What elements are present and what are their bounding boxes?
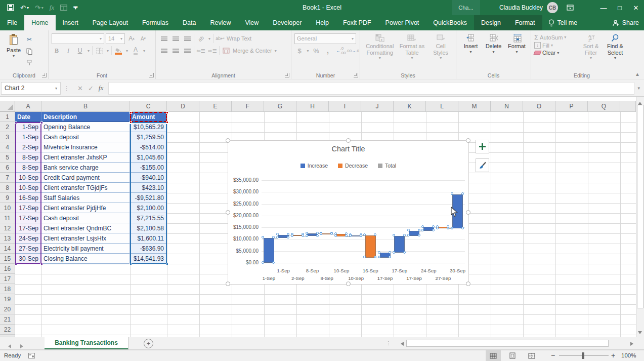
chart[interactable]: Chart Title IncreaseDecreaseTotal $0.00$… — [228, 140, 469, 285]
tab-formulas[interactable]: Formulas — [135, 15, 176, 30]
close-icon[interactable]: ✕ — [628, 0, 644, 15]
table-row-15-amount[interactable]: $14,541.93 — [130, 254, 167, 264]
scroll-left-icon[interactable] — [398, 339, 406, 348]
row-header-18[interactable]: 18 — [0, 284, 15, 294]
table-row-13-amount[interactable]: $1,600.11 — [130, 233, 167, 244]
row-header-9[interactable]: 9 — [0, 193, 15, 203]
sheet-nav-left-icon[interactable] — [8, 341, 11, 350]
view-page-break-icon[interactable] — [524, 350, 539, 361]
row-header-11[interactable]: 11 — [0, 213, 15, 223]
format-cells-button[interactable]: Format ▾ — [505, 32, 529, 56]
table-row-4-description[interactable]: M/vehicle Insurance — [41, 142, 130, 152]
vertical-scroll-thumb[interactable] — [637, 105, 643, 308]
row-header-7[interactable]: 7 — [0, 173, 15, 183]
column-header-Q[interactable]: Q — [588, 101, 620, 112]
table-header-amount[interactable]: Amount — [130, 112, 167, 122]
row-header-21[interactable]: 21 — [0, 314, 15, 325]
tab-insert[interactable]: Insert — [56, 15, 85, 30]
column-header-J[interactable]: J — [361, 101, 394, 112]
share-button[interactable]: Share — [613, 15, 639, 30]
chart-plot-area[interactable]: $0.00$5,000.00$10,000.00$15,000.00$20,00… — [228, 141, 468, 284]
table-row-5-amount[interactable]: $1,045.60 — [130, 152, 167, 163]
select-all-corner[interactable] — [0, 101, 15, 112]
column-header-G[interactable]: G — [264, 101, 296, 112]
view-page-layout-icon[interactable] — [505, 350, 520, 361]
table-row-3-description[interactable]: Cash deposit — [41, 132, 130, 142]
row-header-10[interactable]: 10 — [0, 203, 15, 213]
row-header-6[interactable]: 6 — [0, 163, 15, 173]
column-header-partial[interactable] — [620, 101, 636, 112]
collapse-ribbon-icon[interactable]: ▲ — [635, 71, 640, 77]
chart-selection-handle[interactable] — [466, 282, 470, 286]
column-header-D[interactable]: D — [167, 101, 199, 112]
table-row-3-date[interactable]: 1-Sep — [15, 132, 41, 142]
tab-developer[interactable]: Developer — [266, 15, 309, 30]
row-header-16[interactable]: 16 — [0, 264, 15, 274]
tab-power-pivot[interactable]: Power Pivot — [378, 15, 426, 30]
table-row-4-date[interactable]: 2-Sep — [15, 142, 41, 152]
table-row-6-description[interactable]: Bank service charge — [41, 163, 130, 173]
font-dialog-launcher-icon[interactable] — [149, 73, 154, 77]
zoom-slider-thumb[interactable] — [582, 352, 584, 359]
tab-quickbooks[interactable]: QuickBooks — [426, 15, 474, 30]
table-row-9-description[interactable]: Staff Salaries — [41, 193, 130, 203]
table-row-13-date[interactable]: 24-Sep — [15, 233, 41, 244]
tab-data[interactable]: Data — [176, 15, 203, 30]
delete-cells-button[interactable]: Delete ▾ — [482, 32, 505, 56]
table-header-description[interactable]: Description — [41, 112, 130, 122]
chart-elements-button[interactable] — [476, 140, 489, 153]
row-header-1[interactable]: 1 — [0, 112, 15, 122]
table-row-7-description[interactable]: Credit Card payment — [41, 173, 130, 183]
chart-selection-handle[interactable] — [466, 138, 470, 143]
table-row-11-date[interactable]: 17-Sep — [15, 213, 41, 223]
tab-help[interactable]: Help — [309, 15, 336, 30]
table-row-2-date[interactable]: 1-Sep — [15, 122, 41, 132]
table-row-4-amount[interactable]: -$514.00 — [130, 142, 167, 152]
table-row-14-date[interactable]: 27-Sep — [15, 244, 41, 254]
column-header-B[interactable]: B — [41, 101, 130, 112]
table-row-11-amount[interactable]: $7,215.55 — [130, 213, 167, 223]
zoom-level[interactable]: 100% — [621, 352, 636, 358]
scroll-down-icon[interactable] — [638, 327, 642, 336]
row-header-4[interactable]: 4 — [0, 142, 15, 152]
zoom-in-icon[interactable]: + — [611, 351, 615, 359]
table-row-11-description[interactable]: Cash deposit — [41, 213, 130, 223]
table-row-13-description[interactable]: Client etransfer LsjsHfx — [41, 233, 130, 244]
table-header-date[interactable]: Date — [15, 112, 41, 122]
user-name[interactable]: Claudia Buckley — [499, 4, 543, 11]
tab-file[interactable]: File — [0, 15, 24, 30]
clipboard-dialog-launcher-icon[interactable] — [42, 73, 47, 77]
table-row-8-amount[interactable]: $423.10 — [130, 183, 167, 193]
table-row-12-description[interactable]: Client etransfer QndmBC — [41, 223, 130, 233]
column-header-C[interactable]: C — [130, 101, 167, 112]
table-row-2-amount[interactable]: $10,565.29 — [130, 122, 167, 132]
scroll-right-icon[interactable] — [628, 339, 636, 348]
vertical-scrollbar[interactable] — [636, 97, 644, 337]
row-header-5[interactable]: 5 — [0, 152, 15, 163]
formula-input[interactable] — [108, 82, 634, 95]
column-header-A[interactable]: A — [15, 101, 41, 112]
horizontal-scroll-thumb[interactable] — [406, 340, 609, 347]
row-header-20[interactable]: 20 — [0, 304, 15, 314]
row-header-14[interactable]: 14 — [0, 244, 15, 254]
table-row-14-amount[interactable]: -$636.90 — [130, 244, 167, 254]
tab-splitter[interactable]: ⋮ — [386, 340, 392, 346]
row-header-12[interactable]: 12 — [0, 223, 15, 233]
row-header-17[interactable]: 17 — [0, 274, 15, 284]
minimize-icon[interactable]: — — [595, 0, 612, 15]
sheet-nav-right-icon[interactable] — [20, 341, 23, 350]
waterfall-bar-10-increase[interactable] — [394, 236, 405, 253]
tab-page-layout[interactable]: Page Layout — [85, 15, 135, 30]
table-row-10-date[interactable]: 17-Sep — [15, 203, 41, 213]
table-row-6-date[interactable]: 8-Sep — [15, 163, 41, 173]
formula-bar-expand-icon[interactable]: ▾ — [634, 86, 643, 91]
copy-icon[interactable] — [24, 46, 34, 56]
column-header-K[interactable]: K — [394, 101, 426, 112]
table-row-12-date[interactable]: 17-Sep — [15, 223, 41, 233]
row-header-19[interactable]: 19 — [0, 294, 15, 304]
column-header-P[interactable]: P — [555, 101, 588, 112]
table-row-6-amount[interactable]: -$155.00 — [130, 163, 167, 173]
tab-foxit-pdf[interactable]: Foxit PDF — [336, 15, 378, 30]
insert-cells-button[interactable]: Insert ▾ — [459, 32, 482, 56]
table-row-10-description[interactable]: Client etransfer PjdjHfe — [41, 203, 130, 213]
